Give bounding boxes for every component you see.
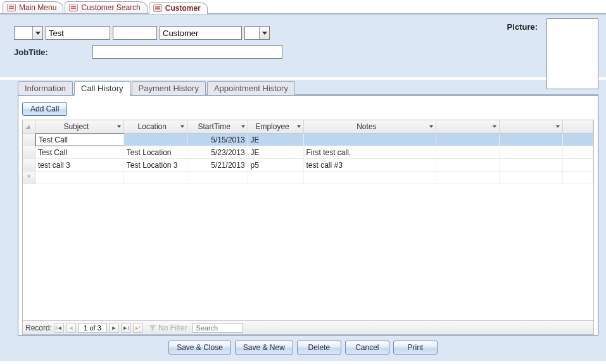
- cell-empty[interactable]: [500, 146, 563, 158]
- nav-new-button[interactable]: ▸*: [133, 323, 143, 333]
- job-title-input[interactable]: [92, 45, 282, 59]
- col-starttime[interactable]: StartTime: [187, 120, 248, 133]
- tab-call-history[interactable]: Call History: [74, 81, 130, 96]
- table-row[interactable]: Test CallTest Location5/23/2013JEFirst t…: [23, 146, 593, 159]
- grid-header: ◢ Subject Location StartTime Employee No…: [23, 120, 593, 134]
- cell-empty[interactable]: [500, 134, 563, 146]
- title-combo[interactable]: [14, 26, 43, 40]
- middle-name-input[interactable]: [113, 26, 157, 40]
- cell-subject[interactable]: Test Call: [35, 146, 124, 158]
- col-empty[interactable]: [563, 120, 593, 133]
- cell-empty[interactable]: [500, 159, 563, 171]
- cell-empty[interactable]: [436, 159, 500, 171]
- row-selector[interactable]: [23, 134, 35, 146]
- row-selector[interactable]: [23, 146, 35, 158]
- delete-button[interactable]: Delete: [297, 341, 341, 355]
- picture-box[interactable]: [546, 18, 598, 89]
- dropdown-icon[interactable]: [32, 27, 42, 39]
- print-button[interactable]: Print: [393, 341, 438, 355]
- window-tab-customer-search[interactable]: Customer Search: [65, 1, 147, 13]
- cell-employee[interactable]: JE: [248, 134, 304, 146]
- form-icon: [7, 4, 16, 11]
- cell-notes[interactable]: test call #3: [304, 159, 437, 171]
- tab-payment-history[interactable]: Payment History: [132, 81, 206, 95]
- tab-appointment-history[interactable]: Appointment History: [207, 81, 295, 95]
- col-empty[interactable]: [500, 120, 563, 133]
- search-input[interactable]: [193, 323, 243, 333]
- col-subject[interactable]: Subject: [35, 120, 124, 133]
- cell-subject[interactable]: test call 3: [35, 159, 124, 171]
- form-tab-nav: Information Call History Payment History…: [0, 80, 606, 95]
- save-new-button[interactable]: Save & New: [235, 341, 293, 355]
- cancel-button[interactable]: Cancel: [345, 341, 389, 355]
- new-row[interactable]: *: [23, 172, 593, 184]
- cell-empty[interactable]: [563, 134, 593, 146]
- new-record-icon: *: [23, 172, 35, 184]
- col-empty[interactable]: [436, 120, 500, 133]
- col-location[interactable]: Location: [124, 120, 187, 133]
- suffix-combo[interactable]: [244, 26, 270, 40]
- customer-header: JobTitle: Picture:: [0, 14, 606, 77]
- job-title-label: JobTitle:: [14, 47, 90, 57]
- funnel-icon: [149, 324, 156, 332]
- call-history-panel: Add Call ◢ Subject Location StartTime Em…: [18, 95, 598, 336]
- cell-starttime[interactable]: 5/21/2013: [187, 159, 248, 171]
- cell-empty[interactable]: [436, 134, 500, 146]
- cell-empty[interactable]: [436, 146, 500, 158]
- first-name-input[interactable]: [46, 27, 110, 39]
- form-icon: [69, 4, 78, 11]
- cell-empty[interactable]: [563, 159, 593, 171]
- record-position[interactable]: [78, 323, 107, 333]
- footer-actions: Save & Close Save & New Delete Cancel Pr…: [0, 336, 606, 361]
- cell-empty[interactable]: [563, 146, 593, 158]
- picture-label: Picture:: [507, 22, 538, 32]
- cell-location[interactable]: Test Location: [124, 146, 187, 158]
- window-tabstrip: Main Menu Customer Search Customer: [0, 0, 606, 14]
- nav-next-button[interactable]: ►: [109, 323, 119, 333]
- col-notes[interactable]: Notes: [304, 120, 437, 133]
- window-tab-label: Customer: [165, 4, 201, 13]
- nav-last-button[interactable]: ►І: [121, 323, 131, 333]
- form-icon: [153, 4, 162, 12]
- tab-information[interactable]: Information: [18, 81, 73, 95]
- cell-employee[interactable]: p5: [248, 159, 304, 171]
- add-call-button[interactable]: Add Call: [22, 102, 67, 116]
- record-label: Record:: [25, 323, 52, 332]
- grid-body: Test Call5/15/2013JETest CallTest Locati…: [23, 134, 593, 320]
- record-navigator: Record: І◄ ◄ ► ►І ▸* No Filter: [23, 320, 593, 334]
- row-selector[interactable]: [23, 159, 35, 171]
- window-tab-label: Customer Search: [81, 3, 140, 12]
- nav-prev-button[interactable]: ◄: [66, 323, 76, 333]
- cell-location[interactable]: [124, 134, 187, 146]
- cell-notes[interactable]: First test call.: [304, 146, 437, 158]
- nav-first-button[interactable]: І◄: [54, 323, 64, 333]
- cell-starttime[interactable]: 5/23/2013: [187, 146, 248, 158]
- call-grid: ◢ Subject Location StartTime Employee No…: [22, 120, 594, 335]
- first-name-combo[interactable]: [46, 26, 110, 40]
- title-input[interactable]: [15, 27, 32, 39]
- save-close-button[interactable]: Save & Close: [168, 341, 231, 355]
- cell-employee[interactable]: JE: [248, 146, 304, 158]
- cell-subject[interactable]: Test Call: [35, 134, 124, 146]
- row-selector-header[interactable]: ◢: [23, 120, 35, 133]
- filter-indicator: No Filter: [149, 323, 187, 332]
- dropdown-icon[interactable]: [259, 27, 269, 39]
- panel-container: Add Call ◢ Subject Location StartTime Em…: [0, 95, 606, 336]
- suffix-input[interactable]: [245, 27, 259, 39]
- table-row[interactable]: test call 3Test Location 35/21/2013p5tes…: [23, 159, 593, 172]
- cell-location[interactable]: Test Location 3: [124, 159, 187, 171]
- window-tab-main-menu[interactable]: Main Menu: [3, 1, 63, 13]
- cell-starttime[interactable]: 5/15/2013: [187, 134, 248, 146]
- table-row[interactable]: Test Call5/15/2013JE: [23, 134, 593, 146]
- last-name-input[interactable]: [160, 27, 241, 39]
- window-tab-customer[interactable]: Customer: [149, 2, 208, 14]
- window-tab-label: Main Menu: [19, 3, 56, 12]
- last-name-combo[interactable]: [160, 26, 242, 40]
- col-employee[interactable]: Employee: [248, 120, 304, 133]
- cell-notes[interactable]: [304, 134, 437, 146]
